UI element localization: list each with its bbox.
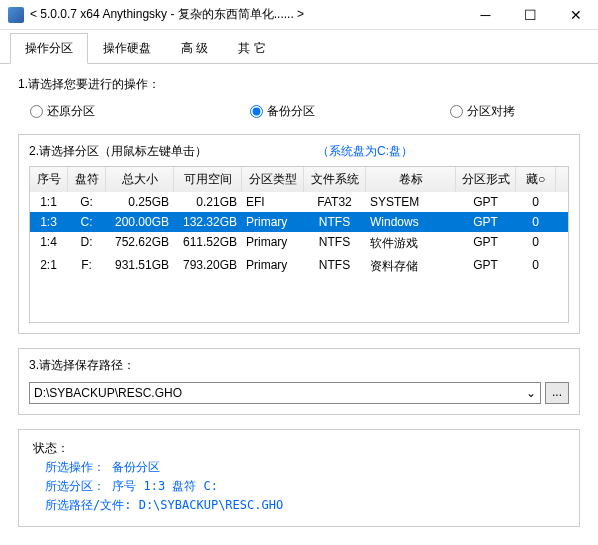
table-cell: 752.62GB	[106, 232, 174, 255]
table-row[interactable]: 1:3C:200.00GB132.32GBPrimaryNTFSWindowsG…	[30, 212, 568, 232]
table-cell: GPT	[456, 232, 516, 255]
table-cell: 0.21GB	[174, 192, 242, 212]
section2-label: 2.请选择分区（用鼠标左键单击）	[29, 143, 207, 160]
table-cell: 0	[516, 255, 556, 278]
window-title: < 5.0.0.7 x64 Anythingsky - 复杂的东西简单化....…	[30, 6, 463, 23]
col-header[interactable]: 序号	[30, 167, 68, 192]
section1-label: 1.请选择您要进行的操作：	[18, 76, 580, 93]
maximize-button[interactable]: ☐	[508, 0, 553, 30]
tab-advanced[interactable]: 高 级	[166, 33, 223, 64]
table-cell: 1:1	[30, 192, 68, 212]
table-cell: G:	[68, 192, 106, 212]
save-path-select[interactable]: D:\SYBACKUP\RESC.GHO ⌄	[29, 382, 541, 404]
table-cell: Windows	[366, 212, 456, 232]
table-cell: NTFS	[304, 255, 366, 278]
col-header[interactable]: 盘符	[68, 167, 106, 192]
table-cell: FAT32	[304, 192, 366, 212]
col-header[interactable]: 总大小	[106, 167, 174, 192]
table-cell: 1:3	[30, 212, 68, 232]
col-header[interactable]: 卷标	[366, 167, 456, 192]
table-cell: NTFS	[304, 212, 366, 232]
radio-backup[interactable]: 备份分区	[250, 103, 450, 120]
partition-table: 序号盘符总大小可用空间分区类型文件系统卷标分区形式藏○ 1:1G:0.25GB0…	[29, 166, 569, 323]
col-header[interactable]: 分区类型	[242, 167, 304, 192]
status-partition: 所选分区： 序号 1:3 盘符 C:	[33, 478, 565, 495]
table-cell: F:	[68, 255, 106, 278]
table-cell: 931.51GB	[106, 255, 174, 278]
radio-clone[interactable]: 分区对拷	[450, 103, 515, 120]
table-cell: NTFS	[304, 232, 366, 255]
close-window-button[interactable]: ✕	[553, 0, 598, 30]
table-row[interactable]: 1:1G:0.25GB0.21GBEFIFAT32SYSTEMGPT0	[30, 192, 568, 212]
table-cell: 2:1	[30, 255, 68, 278]
tab-partition[interactable]: 操作分区	[10, 33, 88, 64]
table-row[interactable]: 1:4D:752.62GB611.52GBPrimaryNTFS软件游戏GPT0	[30, 232, 568, 255]
col-header[interactable]: 可用空间	[174, 167, 242, 192]
table-cell: SYSTEM	[366, 192, 456, 212]
section3-label: 3.请选择保存路径：	[29, 357, 569, 374]
tab-disk[interactable]: 操作硬盘	[88, 33, 166, 64]
table-cell: 200.00GB	[106, 212, 174, 232]
table-cell: GPT	[456, 212, 516, 232]
status-operation: 所选操作： 备份分区	[33, 459, 565, 476]
table-cell: 1:4	[30, 232, 68, 255]
table-cell: 资料存储	[366, 255, 456, 278]
browse-button[interactable]: ...	[545, 382, 569, 404]
radio-restore[interactable]: 还原分区	[30, 103, 250, 120]
table-cell: 793.20GB	[174, 255, 242, 278]
status-label: 状态：	[33, 440, 565, 457]
minimize-button[interactable]: ─	[463, 0, 508, 30]
col-header[interactable]: 藏○	[516, 167, 556, 192]
table-row[interactable]: 2:1F:931.51GB793.20GBPrimaryNTFS资料存储GPT0	[30, 255, 568, 278]
tab-bar: 操作分区 操作硬盘 高 级 其 它	[0, 32, 598, 64]
table-cell: GPT	[456, 192, 516, 212]
table-cell: GPT	[456, 255, 516, 278]
system-disk-hint: （系统盘为C:盘）	[317, 143, 413, 160]
table-cell: 132.32GB	[174, 212, 242, 232]
table-cell: 0.25GB	[106, 192, 174, 212]
chevron-down-icon: ⌄	[526, 386, 536, 400]
table-cell: 0	[516, 192, 556, 212]
col-header[interactable]: 文件系统	[304, 167, 366, 192]
save-path-value: D:\SYBACKUP\RESC.GHO	[34, 386, 182, 400]
status-path: 所选路径/文件: D:\SYBACKUP\RESC.GHO	[33, 497, 565, 514]
table-cell: Primary	[242, 212, 304, 232]
tab-other[interactable]: 其 它	[223, 33, 280, 64]
table-cell: EFI	[242, 192, 304, 212]
table-cell: 软件游戏	[366, 232, 456, 255]
table-cell: 611.52GB	[174, 232, 242, 255]
table-cell: Primary	[242, 232, 304, 255]
table-cell: Primary	[242, 255, 304, 278]
app-icon	[8, 7, 24, 23]
table-cell: C:	[68, 212, 106, 232]
table-cell: 0	[516, 212, 556, 232]
table-cell: 0	[516, 232, 556, 255]
table-cell: D:	[68, 232, 106, 255]
col-header[interactable]: 分区形式	[456, 167, 516, 192]
